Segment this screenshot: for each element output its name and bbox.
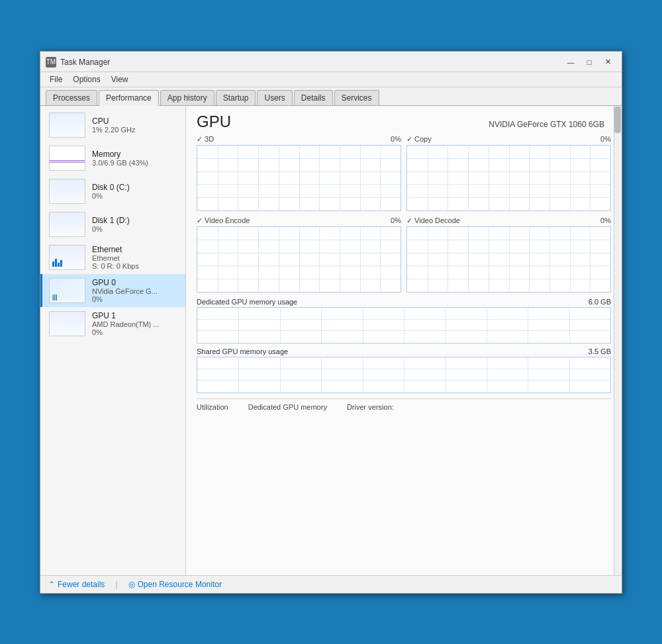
graph-copy: ✓ Copy 0% bbox=[406, 135, 611, 211]
sidebar-item-disk1[interactable]: Disk 1 (D:) 0% bbox=[40, 208, 185, 241]
dedicated-memory-canvas bbox=[197, 307, 611, 344]
disk0-thumbnail bbox=[49, 179, 85, 204]
disk0-label: Disk 0 (C:) bbox=[92, 183, 130, 192]
graph-video-decode: ✓ Video Decode 0% bbox=[406, 216, 611, 293]
sidebar-item-cpu[interactable]: CPU 1% 2.20 GHz bbox=[40, 109, 185, 142]
maximize-button[interactable]: □ bbox=[581, 56, 598, 69]
detail-panel: GPU NVIDIA GeForce GTX 1060 6GB ✓ 3D 0% bbox=[186, 106, 622, 575]
shared-label: Shared GPU memory usage bbox=[197, 347, 288, 355]
gpu0-sub1: NVidia GeForce G... bbox=[92, 287, 158, 295]
open-resource-monitor-link[interactable]: ◎ Open Resource Monitor bbox=[128, 580, 222, 589]
sidebar-item-disk0[interactable]: Disk 0 (C:) 0% bbox=[40, 175, 185, 208]
ethernet-thumbnail bbox=[49, 245, 85, 270]
tab-services[interactable]: Services bbox=[334, 90, 379, 105]
dedicated-memory-section: Dedicated GPU memory usage 6.0 GB bbox=[197, 298, 611, 344]
bottom-driver: Driver version: bbox=[347, 403, 394, 411]
shared-max: 3.5 GB bbox=[589, 347, 611, 355]
menu-file[interactable]: File bbox=[46, 73, 66, 85]
scrollbar[interactable] bbox=[614, 106, 622, 575]
sidebar-item-gpu1[interactable]: GPU 1 AMD Radeon(TM) ... 0% bbox=[40, 307, 185, 340]
task-manager-window: TM Task Manager — □ ✕ File Options View … bbox=[40, 51, 622, 594]
graph-vencode-value: 0% bbox=[391, 216, 401, 225]
minimize-button[interactable]: — bbox=[562, 56, 579, 69]
tab-users[interactable]: Users bbox=[257, 90, 292, 105]
gpu0-thumbnail: ||| bbox=[49, 278, 85, 303]
top-graphs-grid: ✓ 3D 0% bbox=[197, 135, 611, 211]
graph-copy-canvas bbox=[406, 145, 611, 211]
graph-3d-label: ✓ 3D bbox=[197, 135, 214, 144]
window-title: Task Manager bbox=[60, 58, 562, 67]
dedicated-label: Dedicated GPU memory usage bbox=[197, 298, 297, 306]
detail-header: GPU NVIDIA GeForce GTX 1060 6GB bbox=[197, 113, 611, 131]
disk0-sub: 0% bbox=[92, 192, 130, 200]
shared-memory-canvas bbox=[197, 357, 611, 393]
tab-details[interactable]: Details bbox=[294, 90, 333, 105]
cpu-label: CPU bbox=[92, 116, 135, 126]
graph-3d-canvas bbox=[197, 145, 401, 211]
sidebar-item-ethernet[interactable]: Ethernet Ethernet S: 0 R: 0 Kbps bbox=[40, 241, 185, 274]
bottom-dedicated-mem: Dedicated GPU memory bbox=[248, 403, 327, 411]
gpu0-label: GPU 0 bbox=[92, 278, 158, 287]
chevron-down-icon: ⌃ bbox=[48, 580, 55, 589]
graph-vencode-canvas bbox=[197, 226, 401, 293]
close-button[interactable]: ✕ bbox=[599, 56, 616, 69]
graph-vdecode-value: 0% bbox=[600, 216, 611, 225]
graph-3d: ✓ 3D 0% bbox=[197, 135, 401, 211]
disk1-label: Disk 1 (D:) bbox=[92, 216, 130, 225]
monitor-icon: ◎ bbox=[128, 580, 135, 589]
sidebar-item-gpu0[interactable]: ||| GPU 0 NVidia GeForce G... 0% bbox=[40, 274, 185, 307]
detail-subtitle: NVIDIA GeForce GTX 1060 6GB bbox=[489, 120, 604, 129]
ethernet-label: Ethernet bbox=[92, 245, 139, 254]
graph-3d-value: 0% bbox=[391, 135, 401, 144]
memory-label: Memory bbox=[92, 150, 148, 159]
tab-performance[interactable]: Performance bbox=[99, 90, 159, 106]
menu-bar: File Options View bbox=[40, 72, 622, 87]
title-bar: TM Task Manager — □ ✕ bbox=[40, 52, 622, 72]
bottom-bar: ⌃ Fewer details | ◎ Open Resource Monito… bbox=[40, 575, 622, 593]
bottom-labels: Utilization Dedicated GPU memory Driver … bbox=[197, 398, 611, 411]
sidebar-item-memory[interactable]: Memory 3.0/6.9 GB (43%) bbox=[40, 142, 185, 175]
tabs-bar: Processes Performance App history Startu… bbox=[40, 87, 622, 106]
detail-title: GPU bbox=[197, 113, 231, 131]
gpu1-sub2: 0% bbox=[92, 328, 159, 336]
gpu1-sub1: AMD Radeon(TM) ... bbox=[92, 320, 159, 328]
mid-graphs-grid: ✓ Video Encode 0% bbox=[197, 216, 611, 293]
menu-view[interactable]: View bbox=[107, 73, 132, 85]
sidebar: CPU 1% 2.20 GHz Memory 3.0/6.9 GB (43%) bbox=[40, 106, 186, 575]
gpu1-label: GPU 1 bbox=[92, 311, 159, 320]
graph-copy-value: 0% bbox=[600, 135, 611, 144]
ethernet-sub2: S: 0 R: 0 Kbps bbox=[92, 262, 139, 270]
graph-vdecode-label: ✓ Video Decode bbox=[406, 216, 460, 225]
window-controls: — □ ✕ bbox=[562, 56, 616, 69]
memory-sub: 3.0/6.9 GB (43%) bbox=[92, 159, 148, 167]
fewer-details-link[interactable]: ⌃ Fewer details bbox=[48, 580, 105, 589]
ethernet-sub1: Ethernet bbox=[92, 254, 139, 262]
tab-processes[interactable]: Processes bbox=[46, 90, 97, 105]
gpu1-thumbnail bbox=[49, 311, 85, 336]
cpu-thumbnail bbox=[49, 113, 85, 138]
graph-vdecode-canvas bbox=[406, 226, 611, 293]
graph-copy-label: ✓ Copy bbox=[406, 135, 432, 144]
cpu-sub: 1% 2.20 GHz bbox=[92, 126, 135, 134]
disk1-thumbnail bbox=[49, 212, 85, 237]
dedicated-max: 6.0 GB bbox=[589, 298, 611, 306]
gpu0-sub2: 0% bbox=[92, 295, 158, 303]
tab-startup[interactable]: Startup bbox=[216, 90, 256, 105]
tab-app-history[interactable]: App history bbox=[160, 90, 214, 105]
graph-video-encode: ✓ Video Encode 0% bbox=[197, 216, 401, 293]
disk1-sub: 0% bbox=[92, 225, 130, 233]
separator: | bbox=[115, 580, 117, 589]
app-icon: TM bbox=[46, 57, 56, 68]
menu-options[interactable]: Options bbox=[69, 73, 104, 85]
scrollbar-thumb[interactable] bbox=[614, 107, 621, 133]
main-content: CPU 1% 2.20 GHz Memory 3.0/6.9 GB (43%) bbox=[40, 106, 622, 575]
shared-memory-section: Shared GPU memory usage 3.5 GB bbox=[197, 347, 611, 393]
memory-thumbnail bbox=[49, 146, 85, 171]
bottom-utilization: Utilization bbox=[197, 403, 228, 411]
graph-vencode-label: ✓ Video Encode bbox=[197, 216, 250, 225]
